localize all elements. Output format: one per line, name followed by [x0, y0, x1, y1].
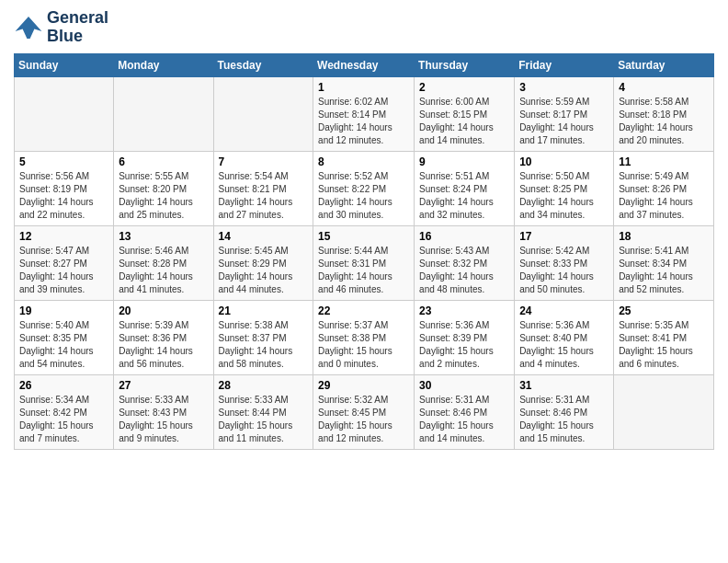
calendar-day-cell: 12Sunrise: 5:47 AM Sunset: 8:27 PM Dayli…: [15, 225, 114, 300]
day-info: Sunrise: 6:02 AM Sunset: 8:14 PM Dayligh…: [318, 96, 409, 147]
calendar-day-cell: 18Sunrise: 5:41 AM Sunset: 8:34 PM Dayli…: [614, 225, 714, 300]
day-number: 7: [219, 155, 309, 168]
day-number: 28: [219, 379, 309, 392]
day-number: 15: [318, 230, 409, 243]
day-info: Sunrise: 5:40 AM Sunset: 8:35 PM Dayligh…: [19, 319, 108, 371]
calendar-table: SundayMondayTuesdayWednesdayThursdayFrid…: [14, 53, 714, 450]
calendar-day-cell: 11Sunrise: 5:49 AM Sunset: 8:26 PM Dayli…: [614, 151, 714, 225]
day-number: 23: [419, 304, 509, 317]
calendar-day-cell: 15Sunrise: 5:44 AM Sunset: 8:31 PM Dayli…: [313, 225, 415, 300]
day-info: Sunrise: 5:55 AM Sunset: 8:20 PM Dayligh…: [119, 170, 208, 222]
day-info: Sunrise: 5:49 AM Sunset: 8:26 PM Dayligh…: [619, 170, 709, 222]
day-number: 24: [519, 304, 609, 317]
day-info: Sunrise: 5:36 AM Sunset: 8:39 PM Dayligh…: [419, 319, 509, 371]
day-info: Sunrise: 5:47 AM Sunset: 8:27 PM Dayligh…: [19, 245, 108, 296]
calendar-day-cell: 20Sunrise: 5:39 AM Sunset: 8:36 PM Dayli…: [114, 300, 213, 374]
day-number: 18: [619, 230, 709, 243]
calendar-day-cell: 16Sunrise: 5:43 AM Sunset: 8:32 PM Dayli…: [415, 225, 515, 300]
day-info: Sunrise: 5:59 AM Sunset: 8:17 PM Dayligh…: [519, 96, 609, 147]
day-info: Sunrise: 5:32 AM Sunset: 8:45 PM Dayligh…: [318, 394, 409, 445]
calendar-day-cell: 5Sunrise: 5:56 AM Sunset: 8:19 PM Daylig…: [15, 151, 114, 225]
day-info: Sunrise: 6:00 AM Sunset: 8:15 PM Dayligh…: [419, 96, 509, 147]
day-number: 13: [119, 230, 208, 243]
day-of-week-header: Wednesday: [313, 53, 415, 76]
day-info: Sunrise: 5:52 AM Sunset: 8:22 PM Dayligh…: [318, 170, 409, 222]
logo-icon: [14, 13, 43, 42]
day-info: Sunrise: 5:43 AM Sunset: 8:32 PM Dayligh…: [419, 245, 509, 296]
day-info: Sunrise: 5:37 AM Sunset: 8:38 PM Dayligh…: [318, 319, 409, 371]
calendar-day-cell: 13Sunrise: 5:46 AM Sunset: 8:28 PM Dayli…: [114, 225, 213, 300]
calendar-day-cell: 9Sunrise: 5:51 AM Sunset: 8:24 PM Daylig…: [415, 151, 515, 225]
day-number: 5: [19, 155, 108, 168]
calendar-day-cell: 21Sunrise: 5:38 AM Sunset: 8:37 PM Dayli…: [213, 300, 313, 374]
calendar-day-cell: 17Sunrise: 5:42 AM Sunset: 8:33 PM Dayli…: [515, 225, 614, 300]
day-of-week-header: Thursday: [415, 53, 515, 76]
day-number: 4: [619, 81, 709, 94]
day-number: 8: [318, 155, 409, 168]
day-number: 2: [419, 81, 509, 94]
day-info: Sunrise: 5:44 AM Sunset: 8:31 PM Dayligh…: [318, 245, 409, 296]
calendar-day-cell: [213, 76, 313, 151]
day-info: Sunrise: 5:33 AM Sunset: 8:44 PM Dayligh…: [219, 394, 309, 445]
day-number: 17: [519, 230, 609, 243]
calendar-day-cell: 8Sunrise: 5:52 AM Sunset: 8:22 PM Daylig…: [313, 151, 415, 225]
day-info: Sunrise: 5:46 AM Sunset: 8:28 PM Dayligh…: [119, 245, 208, 296]
calendar-day-cell: 31Sunrise: 5:31 AM Sunset: 8:46 PM Dayli…: [515, 374, 614, 449]
calendar-day-cell: 1Sunrise: 6:02 AM Sunset: 8:14 PM Daylig…: [313, 76, 415, 151]
day-info: Sunrise: 5:38 AM Sunset: 8:37 PM Dayligh…: [219, 319, 309, 371]
page-header: General Blue: [14, 9, 714, 46]
day-number: 14: [219, 230, 309, 243]
day-info: Sunrise: 5:31 AM Sunset: 8:46 PM Dayligh…: [519, 394, 609, 445]
day-number: 9: [419, 155, 509, 168]
calendar-day-cell: 10Sunrise: 5:50 AM Sunset: 8:25 PM Dayli…: [515, 151, 614, 225]
calendar-day-cell: 28Sunrise: 5:33 AM Sunset: 8:44 PM Dayli…: [213, 374, 313, 449]
calendar-day-cell: 7Sunrise: 5:54 AM Sunset: 8:21 PM Daylig…: [213, 151, 313, 225]
day-number: 11: [619, 155, 709, 168]
calendar-day-cell: 26Sunrise: 5:34 AM Sunset: 8:42 PM Dayli…: [15, 374, 114, 449]
day-number: 20: [119, 304, 208, 317]
day-info: Sunrise: 5:58 AM Sunset: 8:18 PM Dayligh…: [619, 96, 709, 147]
day-number: 1: [318, 81, 409, 94]
day-info: Sunrise: 5:41 AM Sunset: 8:34 PM Dayligh…: [619, 245, 709, 296]
day-number: 26: [19, 379, 108, 392]
calendar-day-cell: 14Sunrise: 5:45 AM Sunset: 8:29 PM Dayli…: [213, 225, 313, 300]
day-info: Sunrise: 5:51 AM Sunset: 8:24 PM Dayligh…: [419, 170, 509, 222]
day-of-week-header: Saturday: [614, 53, 714, 76]
day-number: 21: [219, 304, 309, 317]
day-of-week-header: Sunday: [15, 53, 114, 76]
day-info: Sunrise: 5:31 AM Sunset: 8:46 PM Dayligh…: [419, 394, 509, 445]
calendar-day-cell: 3Sunrise: 5:59 AM Sunset: 8:17 PM Daylig…: [515, 76, 614, 151]
calendar-day-cell: [614, 374, 714, 449]
calendar-day-cell: 29Sunrise: 5:32 AM Sunset: 8:45 PM Dayli…: [313, 374, 415, 449]
calendar-day-cell: 4Sunrise: 5:58 AM Sunset: 8:18 PM Daylig…: [614, 76, 714, 151]
calendar-day-cell: 2Sunrise: 6:00 AM Sunset: 8:15 PM Daylig…: [415, 76, 515, 151]
day-info: Sunrise: 5:45 AM Sunset: 8:29 PM Dayligh…: [219, 245, 309, 296]
calendar-day-cell: [15, 76, 114, 151]
day-number: 27: [119, 379, 208, 392]
day-number: 22: [318, 304, 409, 317]
day-number: 30: [419, 379, 509, 392]
day-info: Sunrise: 5:33 AM Sunset: 8:43 PM Dayligh…: [119, 394, 208, 445]
day-info: Sunrise: 5:36 AM Sunset: 8:40 PM Dayligh…: [519, 319, 609, 371]
day-number: 12: [19, 230, 108, 243]
calendar-day-cell: 19Sunrise: 5:40 AM Sunset: 8:35 PM Dayli…: [15, 300, 114, 374]
calendar-day-cell: 6Sunrise: 5:55 AM Sunset: 8:20 PM Daylig…: [114, 151, 213, 225]
day-number: 31: [519, 379, 609, 392]
calendar-day-cell: [114, 76, 213, 151]
day-number: 10: [519, 155, 609, 168]
calendar-day-cell: 22Sunrise: 5:37 AM Sunset: 8:38 PM Dayli…: [313, 300, 415, 374]
day-info: Sunrise: 5:39 AM Sunset: 8:36 PM Dayligh…: [119, 319, 208, 371]
svg-marker-0: [16, 17, 42, 39]
calendar-day-cell: 30Sunrise: 5:31 AM Sunset: 8:46 PM Dayli…: [415, 374, 515, 449]
day-number: 25: [619, 304, 709, 317]
day-number: 19: [19, 304, 108, 317]
day-info: Sunrise: 5:42 AM Sunset: 8:33 PM Dayligh…: [519, 245, 609, 296]
day-of-week-header: Tuesday: [213, 53, 313, 76]
calendar-day-cell: 27Sunrise: 5:33 AM Sunset: 8:43 PM Dayli…: [114, 374, 213, 449]
calendar-day-cell: 24Sunrise: 5:36 AM Sunset: 8:40 PM Dayli…: [515, 300, 614, 374]
calendar-week-row: 19Sunrise: 5:40 AM Sunset: 8:35 PM Dayli…: [15, 300, 714, 374]
calendar-day-cell: 23Sunrise: 5:36 AM Sunset: 8:39 PM Dayli…: [415, 300, 515, 374]
day-info: Sunrise: 5:54 AM Sunset: 8:21 PM Dayligh…: [219, 170, 309, 222]
day-number: 6: [119, 155, 208, 168]
day-number: 3: [519, 81, 609, 94]
